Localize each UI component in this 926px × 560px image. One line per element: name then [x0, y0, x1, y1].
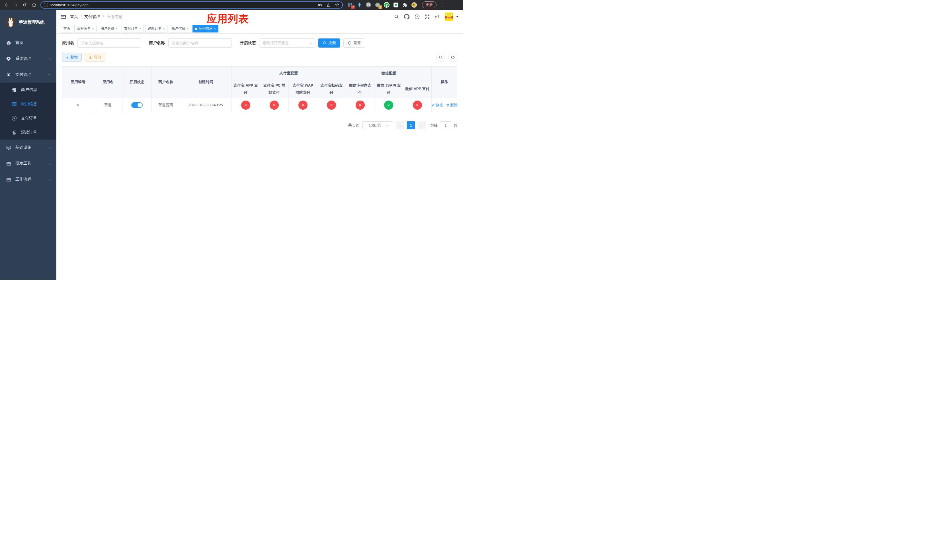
next-page-button[interactable]: ›	[418, 121, 426, 129]
tab-merchant-info[interactable]: 商户信息×	[169, 25, 191, 32]
col-app-id: 应用编号	[62, 67, 94, 98]
cell-created: 2021-10-23 08:49:25	[180, 98, 232, 112]
col-status: 开启状态	[123, 67, 152, 98]
sidebar-item-pay[interactable]: ¥ 支付管理	[0, 67, 56, 83]
reset-button[interactable]: 重置	[343, 38, 365, 48]
url-text[interactable]: localhost:1024/pay/app	[50, 3, 316, 7]
address-bar[interactable]: i localhost:1024/pay/app	[41, 2, 343, 9]
close-icon[interactable]: ×	[163, 27, 165, 30]
status-label: 开启状态	[240, 41, 256, 45]
sidebar-item-label: 工作流程	[15, 177, 45, 182]
chevron-down-icon	[385, 124, 388, 127]
tab-refund-order[interactable]: 退款订单×	[145, 25, 168, 32]
col-alipay-wap: 支付宝 WAP 网站支付	[289, 80, 317, 98]
sidebar-item-infra[interactable]: 基础设施	[0, 139, 56, 156]
add-button[interactable]: + 新增	[62, 53, 82, 62]
grid-icon	[11, 102, 17, 106]
app-title: 芋道管理系统	[19, 20, 44, 25]
page-number[interactable]: 1	[407, 121, 415, 129]
tab-user-group[interactable]: 用户分组×	[98, 25, 120, 32]
sidebar-fold-icon[interactable]	[61, 15, 66, 19]
app-name-input[interactable]	[77, 38, 141, 48]
ext-y-icon[interactable]: y	[384, 2, 390, 8]
breadcrumb-home[interactable]: 首页	[70, 14, 78, 20]
help-icon[interactable]	[415, 14, 420, 20]
chevron-down-icon	[49, 178, 51, 180]
refresh-button[interactable]	[448, 53, 457, 62]
ext-sheets-icon[interactable]: 10	[347, 2, 353, 8]
trash-icon	[446, 103, 449, 107]
close-icon[interactable]: ×	[139, 27, 141, 30]
extensions-puzzle-icon[interactable]	[402, 2, 408, 8]
ext-command-icon[interactable]: ⌘	[366, 2, 371, 8]
sidebar-item-merchant-info[interactable]: 商户信息	[0, 83, 56, 97]
sidebar-item-pay-order[interactable]: ¥ 支付订单	[0, 111, 56, 125]
ext-recorder-icon[interactable]: 1	[375, 2, 380, 8]
goto-label: 前往	[430, 123, 438, 128]
search-button[interactable]: 搜索	[318, 38, 340, 48]
cell-app-name: 芋道	[94, 98, 123, 112]
briefcase-icon	[6, 177, 11, 182]
merchant-name-label: 商户名称	[149, 41, 165, 45]
monitor-chart-icon	[6, 145, 11, 150]
sidebar-item-refund-order[interactable]: 退款订单	[0, 125, 56, 139]
app-table: 应用编号 应用名 开启状态 商户名称 创建时间 支付宝配置 微信配置 操作 支付…	[62, 67, 457, 112]
back-icon[interactable]	[3, 1, 10, 9]
breadcrumb-pay[interactable]: 支付管理	[84, 14, 100, 20]
merchant-name-input[interactable]	[168, 38, 232, 48]
col-alipay-pc: 支付宝 PC 网站支付	[260, 80, 289, 98]
sidebar-item-label: 基础设施	[15, 145, 45, 150]
ext-badge: 1	[378, 5, 382, 9]
sidebar-item-workflow[interactable]: 工作流程	[0, 171, 56, 188]
reload-icon[interactable]	[21, 1, 29, 9]
plus-icon: +	[66, 55, 69, 59]
prev-page-button[interactable]: ‹	[396, 121, 404, 129]
site-info-icon[interactable]: i	[44, 3, 48, 7]
sidebar-item-devtools[interactable]: 研发工具	[0, 156, 56, 171]
app-logo-row[interactable]: 芋道管理系统	[0, 10, 56, 35]
password-key-icon[interactable]	[318, 3, 322, 7]
sidebar-item-label: 退款订单	[21, 130, 37, 135]
status-badge-alipay-app: ×	[241, 101, 250, 110]
tab-process-form[interactable]: 流程表单×	[74, 25, 97, 32]
github-icon[interactable]	[404, 14, 410, 20]
tab-app-info[interactable]: 应用信息×	[192, 25, 218, 32]
ext-gem-icon[interactable]	[357, 2, 362, 8]
edit-button[interactable]: 修改	[431, 103, 443, 107]
status-badge-alipay-pc: ×	[270, 101, 279, 110]
download-icon	[89, 56, 92, 59]
close-icon[interactable]: ×	[116, 27, 118, 30]
sidebar-item-label: 首页	[15, 40, 52, 45]
sidebar-item-app-info[interactable]: 应用信息	[0, 97, 56, 111]
tab-home[interactable]: 首页	[61, 25, 73, 32]
browser-menu-icon[interactable]: ⋮	[440, 3, 444, 7]
enabled-toggle[interactable]	[131, 102, 143, 108]
status-select[interactable]: 请选择开启状态	[259, 38, 315, 48]
ext-chat-icon[interactable]	[393, 2, 399, 8]
sidebar-item-home[interactable]: 首页	[0, 35, 56, 51]
toggle-search-button[interactable]	[436, 53, 445, 62]
fullscreen-icon[interactable]	[425, 14, 430, 19]
font-size-icon[interactable]: TT	[435, 14, 440, 19]
bookmark-star-icon[interactable]	[335, 3, 339, 7]
goto-page-input[interactable]	[440, 121, 451, 129]
avatar-caret-icon[interactable]	[456, 16, 458, 17]
tab-pay-order[interactable]: 支付订单×	[122, 25, 144, 32]
export-button[interactable]: 导出	[85, 53, 105, 62]
close-icon[interactable]: ×	[92, 27, 94, 30]
page-size-select[interactable]: 10条/页	[363, 121, 393, 129]
update-button[interactable]: 更新	[422, 2, 437, 8]
profile-avatar-icon[interactable]	[411, 2, 417, 8]
sidebar-item-label: 支付订单	[21, 116, 37, 121]
user-avatar[interactable]	[445, 12, 453, 21]
col-app-name: 应用名	[94, 67, 123, 98]
search-icon[interactable]	[394, 14, 399, 19]
delete-button[interactable]: 删除	[446, 103, 458, 107]
chevron-down-icon	[49, 162, 51, 165]
home-icon[interactable]	[30, 1, 38, 9]
close-icon[interactable]: ×	[214, 27, 216, 30]
sidebar-item-system[interactable]: 系统管理	[0, 51, 56, 67]
close-icon[interactable]: ×	[186, 27, 189, 30]
share-icon[interactable]	[327, 3, 331, 7]
forward-icon[interactable]	[12, 1, 20, 9]
